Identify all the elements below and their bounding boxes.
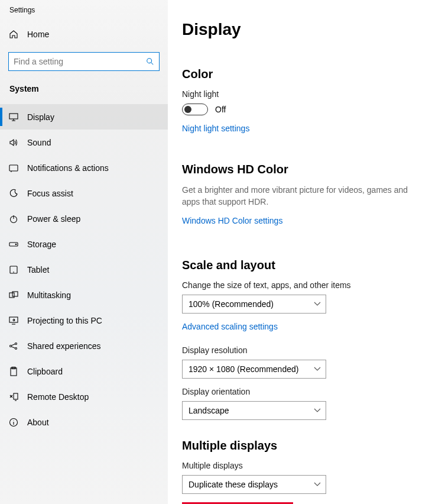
sidebar-item-projecting[interactable]: Projecting to this PC: [0, 308, 168, 333]
section-heading-hd: Windows HD Color: [182, 163, 415, 176]
night-light-toggle[interactable]: [182, 104, 208, 115]
sidebar-item-clipboard[interactable]: Clipboard: [0, 358, 168, 384]
svg-point-11: [15, 343, 17, 344]
chevron-down-icon: [314, 367, 321, 371]
chevron-down-icon: [314, 482, 321, 487]
tablet-icon: [8, 264, 19, 275]
sidebar-item-focus[interactable]: Focus assist: [0, 180, 168, 206]
window-title: Settings: [0, 6, 168, 22]
resolution-value: 1920 × 1080 (Recommended): [188, 364, 298, 374]
sidebar-item-display[interactable]: Display: [0, 104, 168, 130]
svg-point-0: [147, 59, 152, 63]
about-icon: [8, 417, 19, 428]
sidebar-item-label: Multitasking: [27, 290, 71, 300]
night-light-label: Night light: [182, 89, 415, 99]
orientation-value: Landscape: [188, 406, 229, 415]
sidebar-item-multitasking[interactable]: Multitasking: [0, 282, 168, 308]
focus-icon: [8, 188, 19, 199]
resolution-select[interactable]: 1920 × 1080 (Recommended): [182, 360, 326, 379]
sidebar-item-power[interactable]: Power & sleep: [0, 206, 168, 231]
home-label: Home: [27, 30, 49, 39]
sidebar-item-sound[interactable]: Sound: [0, 130, 168, 155]
section-color: Color Night light Off Night light settin…: [182, 67, 415, 147]
sidebar-item-label: Clipboard: [27, 367, 63, 376]
sidebar-item-notifications[interactable]: Notifications & actions: [0, 155, 168, 180]
svg-rect-1: [9, 114, 18, 119]
hd-color-settings-link[interactable]: Windows HD Color settings: [182, 216, 282, 225]
svg-rect-7: [9, 293, 14, 298]
home-icon: [8, 29, 19, 40]
sidebar-item-storage[interactable]: Storage: [0, 231, 168, 257]
chevron-down-icon: [314, 302, 321, 306]
multi-select[interactable]: Duplicate these displays: [182, 475, 326, 494]
search-icon: [146, 57, 154, 66]
sound-icon: [8, 137, 19, 148]
sidebar-item-shared[interactable]: Shared experiences: [0, 333, 168, 358]
sidebar-item-label: Sound: [27, 138, 51, 147]
section-scale: Scale and layout Change the size of text…: [182, 259, 415, 420]
svg-rect-8: [12, 292, 18, 296]
toggle-state-text: Off: [215, 105, 226, 114]
main-content: Display Color Night light Off Night ligh…: [168, 0, 429, 504]
sidebar: Settings Home System Display Sound Notif…: [0, 0, 168, 504]
multi-label: Multiple displays: [182, 461, 415, 470]
shared-icon: [8, 341, 19, 351]
display-icon: [8, 112, 19, 122]
sidebar-item-about[interactable]: About: [0, 409, 168, 435]
svg-point-5: [15, 244, 17, 245]
sidebar-item-label: Tablet: [27, 265, 49, 274]
sidebar-item-label: Storage: [27, 240, 56, 249]
svg-rect-15: [14, 393, 18, 399]
notifications-icon: [8, 163, 19, 173]
sidebar-item-label: Focus assist: [27, 189, 73, 198]
svg-point-12: [15, 347, 17, 349]
svg-rect-2: [9, 165, 18, 171]
page-title: Display: [182, 20, 415, 39]
remote-icon: [8, 392, 19, 402]
sidebar-item-label: Shared experiences: [27, 341, 101, 351]
section-heading-color: Color: [182, 67, 415, 81]
svg-point-10: [10, 345, 12, 347]
orientation-label: Display orientation: [182, 387, 415, 396]
sidebar-item-label: Display: [27, 112, 54, 122]
advanced-scaling-link[interactable]: Advanced scaling settings: [182, 322, 278, 331]
hd-description: Get a brighter and more vibrant picture …: [182, 185, 415, 208]
sidebar-item-label: About: [27, 418, 49, 427]
text-size-value: 100% (Recommended): [188, 299, 274, 309]
search-field[interactable]: [8, 52, 160, 71]
nav-list: Display Sound Notifications & actions Fo…: [0, 104, 168, 435]
chevron-down-icon: [314, 408, 321, 413]
projecting-icon: [8, 315, 19, 326]
multitasking-icon: [8, 290, 19, 301]
category-label: System: [0, 77, 168, 101]
orientation-select[interactable]: Landscape: [182, 401, 326, 420]
multi-value: Duplicate these displays: [188, 480, 278, 489]
sidebar-item-remote[interactable]: Remote Desktop: [0, 384, 168, 409]
sidebar-item-label: Projecting to this PC: [27, 316, 102, 325]
section-multi: Multiple displays Multiple displays Dupl…: [182, 439, 415, 504]
night-light-settings-link[interactable]: Night light settings: [182, 124, 249, 133]
sidebar-item-label: Remote Desktop: [27, 392, 89, 402]
section-heading-multi: Multiple displays: [182, 439, 415, 453]
storage-icon: [8, 239, 19, 250]
clipboard-icon: [8, 366, 19, 377]
search-input[interactable]: [14, 57, 146, 66]
home-button[interactable]: Home: [0, 22, 168, 46]
power-icon: [8, 214, 19, 224]
text-size-label: Change the size of text, apps, and other…: [182, 280, 415, 290]
text-size-select[interactable]: 100% (Recommended): [182, 295, 326, 314]
section-hd-color: Windows HD Color Get a brighter and more…: [182, 163, 415, 240]
sidebar-item-label: Power & sleep: [27, 214, 80, 224]
sidebar-item-label: Notifications & actions: [27, 163, 109, 173]
section-heading-scale: Scale and layout: [182, 259, 415, 272]
sidebar-item-tablet[interactable]: Tablet: [0, 257, 168, 282]
resolution-label: Display resolution: [182, 345, 415, 355]
